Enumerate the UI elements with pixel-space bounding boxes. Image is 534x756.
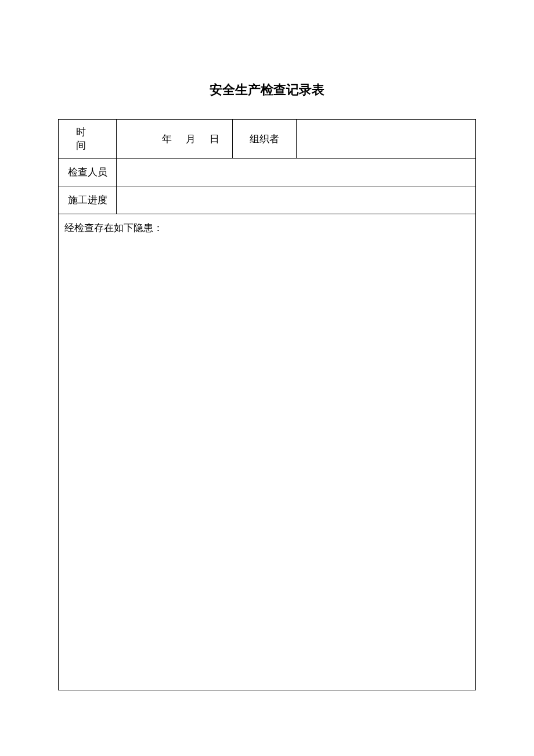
- row-hazards: 经检查存在如下隐患：: [59, 214, 476, 690]
- organizer-field[interactable]: [297, 120, 476, 159]
- form-title: 安全生产检查记录表: [58, 81, 476, 99]
- date-field[interactable]: 年 月 日: [117, 120, 233, 159]
- inspectors-field[interactable]: [117, 159, 476, 186]
- time-label: 时间: [59, 120, 117, 159]
- hazards-label: 经检查存在如下隐患：: [64, 222, 163, 233]
- progress-field[interactable]: [117, 186, 476, 214]
- organizer-label: 组织者: [233, 120, 297, 159]
- row-time-organizer: 时间 年 月 日 组织者: [59, 120, 476, 159]
- inspectors-label: 检查人员: [59, 159, 117, 186]
- hazards-section[interactable]: 经检查存在如下隐患：: [59, 214, 476, 690]
- progress-label: 施工进度: [59, 186, 117, 214]
- row-progress: 施工进度: [59, 186, 476, 214]
- row-inspectors: 检查人员: [59, 159, 476, 186]
- inspection-table: 时间 年 月 日 组织者 检查人员 施工进度 经检查存在如下隐患：: [58, 119, 476, 690]
